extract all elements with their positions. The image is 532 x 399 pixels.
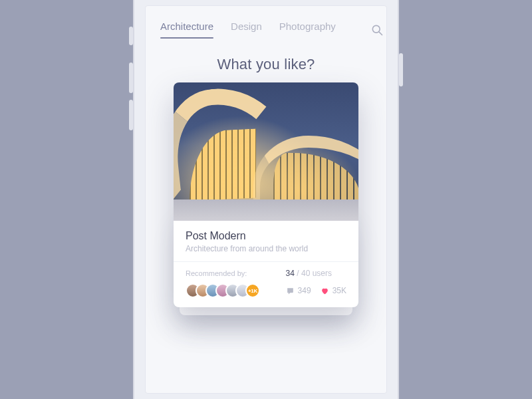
likes-count: 35K — [332, 286, 346, 295]
phone-frame: Architecture Design Photography What you… — [133, 0, 399, 399]
recommended-label: Recommended by: — [186, 269, 286, 277]
card-title: Post Modern — [186, 230, 346, 242]
card-body: Post Modern Architecture from around the… — [174, 221, 358, 261]
search-button[interactable] — [370, 23, 384, 37]
tab-photography[interactable]: Photography — [279, 21, 336, 39]
tab-label: Architecture — [160, 21, 213, 32]
phone-side-button — [129, 27, 133, 45]
tab-label: Photography — [279, 21, 336, 32]
tab-architecture[interactable]: Architecture — [160, 21, 213, 39]
app-screen: Architecture Design Photography What you… — [145, 5, 387, 394]
category-tabs: Architecture Design Photography — [146, 6, 386, 47]
comment-icon — [286, 287, 295, 295]
card-stats: 349 35K — [286, 286, 346, 295]
comments-count: 349 — [298, 286, 311, 295]
card-stack: Post Modern Architecture from around the… — [174, 82, 358, 307]
user-count: 34 / 40 users — [286, 269, 346, 278]
user-count-total: / 40 users — [295, 269, 332, 278]
card-footer: Recommended by: 34 / 40 users +1K — [174, 261, 358, 307]
content-card[interactable]: Post Modern Architecture from around the… — [174, 82, 358, 307]
tab-design[interactable]: Design — [231, 21, 262, 39]
svg-point-0 — [372, 25, 380, 33]
phone-side-button — [129, 63, 133, 93]
phone-side-button — [399, 53, 403, 86]
card-image — [174, 82, 358, 221]
user-count-current: 34 — [286, 269, 295, 278]
page-heading: What you like? — [146, 56, 386, 73]
heart-icon — [321, 287, 329, 295]
avatar-more-badge[interactable]: +1K — [245, 283, 260, 298]
recommended-avatars: +1K — [186, 283, 286, 298]
comments-stat[interactable]: 349 — [286, 286, 311, 295]
search-icon — [370, 23, 384, 37]
card-subtitle: Architecture from around the world — [186, 244, 346, 253]
phone-side-button — [129, 100, 133, 130]
svg-line-1 — [379, 32, 382, 35]
likes-stat[interactable]: 35K — [321, 286, 346, 295]
tab-label: Design — [231, 21, 262, 32]
